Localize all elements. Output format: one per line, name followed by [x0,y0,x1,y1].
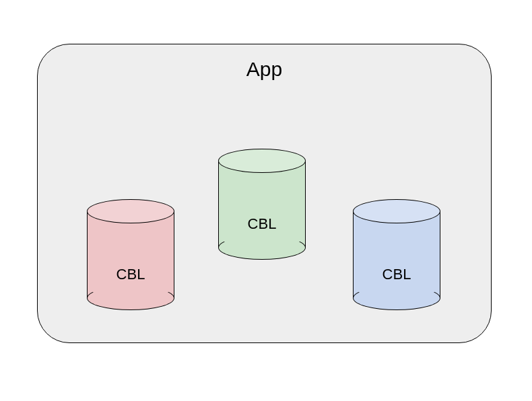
cylinder-bottom [218,235,306,260]
cylinder-bottom [353,286,440,310]
cylinder-red: CBL [87,199,174,310]
cylinder-body [353,211,440,298]
app-title: App [38,58,491,81]
app-container: App CBL CBL CBL [37,44,492,343]
cylinder-green: CBL [218,149,306,260]
cylinder-bottom [87,286,174,310]
cylinder-label: CBL [87,266,174,283]
cylinder-body [218,161,306,248]
cylinder-top [218,149,306,173]
cylinder-label: CBL [218,215,306,233]
cylinder-top [353,199,440,223]
cylinder-body [87,211,174,298]
cylinder-blue: CBL [353,199,440,310]
cylinder-top [87,199,174,223]
cylinder-label: CBL [353,266,440,283]
